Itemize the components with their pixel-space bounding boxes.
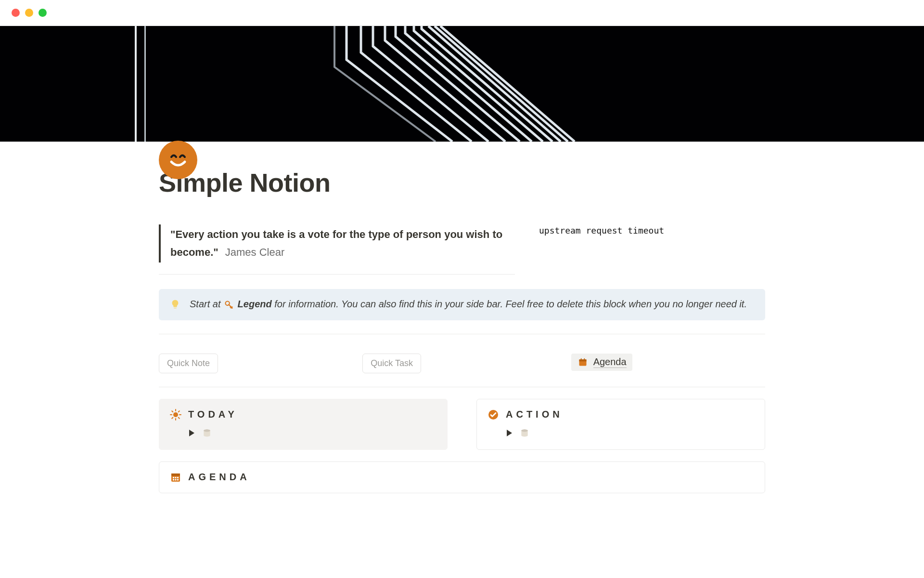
divider: [159, 274, 515, 275]
key-icon: [223, 299, 235, 311]
svg-point-22: [521, 429, 527, 432]
today-heading: TODAY: [188, 409, 238, 420]
database-icon: [519, 427, 530, 439]
page-title[interactable]: Simple Notion: [159, 168, 765, 197]
svg-rect-1: [135, 26, 137, 142]
action-heading: ACTION: [506, 409, 563, 420]
svg-rect-26: [175, 477, 177, 478]
svg-line-14: [172, 411, 173, 412]
svg-line-17: [179, 411, 180, 412]
svg-rect-2: [144, 26, 146, 142]
page-cover[interactable]: [0, 26, 924, 142]
page-icon[interactable]: [159, 141, 197, 179]
divider: [159, 387, 765, 387]
svg-rect-6: [579, 359, 586, 361]
triangle-right-icon: [189, 430, 194, 436]
window-close-button[interactable]: [12, 9, 20, 17]
today-toggle[interactable]: [189, 427, 436, 439]
callout-block[interactable]: Start at Legend for information. You can…: [159, 289, 765, 320]
svg-rect-27: [177, 477, 179, 478]
sun-icon: [170, 409, 181, 420]
window-titlebar: [0, 0, 924, 26]
quote-block[interactable]: "Every action you take is a vote for the…: [159, 224, 515, 263]
svg-rect-8: [584, 358, 585, 360]
agenda-heading: AGENDA: [188, 472, 250, 483]
svg-rect-30: [177, 479, 179, 480]
quote-text: "Every action you take is a vote for the…: [170, 228, 502, 258]
window-minimize-button[interactable]: [25, 9, 33, 17]
agenda-page-link[interactable]: Agenda: [571, 354, 632, 371]
svg-line-15: [179, 417, 180, 418]
svg-line-16: [172, 417, 173, 418]
callout-text: Start at Legend for information. You can…: [190, 299, 747, 311]
action-card[interactable]: ACTION: [476, 399, 765, 450]
database-icon: [201, 427, 213, 439]
today-card[interactable]: TODAY: [159, 399, 448, 450]
divider: [159, 334, 765, 334]
window-zoom-button[interactable]: [38, 9, 47, 17]
svg-rect-7: [580, 358, 581, 360]
agenda-card[interactable]: AGENDA: [159, 461, 765, 493]
check-circle-icon: [488, 409, 499, 420]
quick-task-button[interactable]: Quick Task: [362, 354, 421, 373]
triangle-right-icon: [507, 430, 512, 436]
svg-point-9: [173, 412, 178, 417]
svg-rect-25: [173, 477, 174, 478]
svg-rect-29: [175, 479, 177, 480]
quote-attribution: James Clear: [225, 246, 284, 258]
quick-note-button[interactable]: Quick Note: [159, 354, 218, 373]
agenda-link-label: Agenda: [593, 356, 627, 368]
action-toggle[interactable]: [507, 427, 754, 439]
calendar-grid-icon: [170, 472, 181, 483]
svg-rect-24: [171, 473, 180, 476]
svg-point-3: [165, 146, 192, 173]
bulb-icon: [169, 299, 181, 310]
svg-rect-28: [173, 479, 174, 480]
embed-error-text: upstream request timeout: [539, 225, 765, 236]
svg-point-19: [204, 429, 210, 432]
calendar-icon: [577, 356, 589, 368]
